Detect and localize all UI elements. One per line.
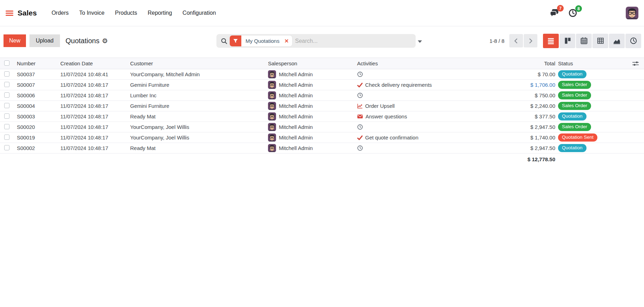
search-bar[interactable]: My Quotations ✕: [216, 34, 416, 48]
cell-number: S00007: [14, 82, 58, 88]
activities-button[interactable]: 8: [568, 8, 577, 18]
list-view-icon: [546, 37, 555, 45]
cell-number: S00037: [14, 71, 58, 77]
activity-clock-icon[interactable]: [357, 92, 363, 98]
activity-check-icon[interactable]: [357, 135, 363, 141]
menu-orders[interactable]: Orders: [52, 10, 69, 16]
row-checkbox[interactable]: [4, 92, 9, 98]
row-checkbox[interactable]: [4, 103, 9, 108]
header-status[interactable]: Status: [555, 60, 615, 66]
activity-clock-icon[interactable]: [357, 71, 363, 77]
optional-columns-button[interactable]: [615, 61, 644, 66]
cell-customer: YourCompany, Mitchell Admin: [127, 71, 265, 77]
activity-chart-icon[interactable]: [357, 103, 363, 109]
app-brand[interactable]: Sales: [18, 9, 37, 17]
header-salesperson[interactable]: Salesperson: [265, 60, 354, 66]
view-list-button[interactable]: [543, 34, 559, 48]
select-all-checkbox[interactable]: [4, 60, 9, 66]
view-pivot-button[interactable]: [592, 34, 608, 48]
table-row[interactable]: S00003 11/07/2024 10:48:17 Ready Mat Mit…: [0, 111, 644, 122]
cell-total: $ 2,240.00: [513, 103, 555, 109]
sliders-icon: [632, 61, 639, 66]
activity-clock-icon[interactable]: [357, 145, 363, 151]
table-row[interactable]: S00004 11/07/2024 10:48:17 Gemini Furnit…: [0, 101, 644, 111]
table-header-row: Number Creation Date Customer Salesperso…: [0, 58, 644, 69]
view-graph-button[interactable]: [609, 34, 625, 48]
row-checkbox[interactable]: [4, 145, 9, 150]
activity-envelope-icon[interactable]: [357, 113, 363, 119]
cell-salesperson: Mitchell Admin: [265, 102, 354, 110]
upload-button[interactable]: Upload: [29, 34, 60, 47]
main-menu: Orders To Invoice Products Reporting Con…: [52, 10, 216, 16]
cell-activities[interactable]: Get quote confirmation: [354, 135, 513, 141]
row-checkbox[interactable]: [4, 124, 9, 129]
cell-salesperson: Mitchell Admin: [265, 70, 354, 78]
cell-creation-date: 11/07/2024 10:48:17: [58, 103, 127, 109]
cell-activities[interactable]: [354, 124, 513, 130]
header-total[interactable]: Total: [513, 60, 555, 66]
search-facet: My Quotations ✕: [230, 35, 292, 46]
cell-activities[interactable]: Answer questions: [354, 113, 513, 119]
cell-number: S00020: [14, 124, 58, 130]
status-badge: Sales Order: [558, 81, 591, 89]
salesperson-avatar: [268, 91, 276, 99]
table-row[interactable]: S00020 11/07/2024 10:48:17 YourCompany, …: [0, 122, 644, 132]
apps-menu-icon[interactable]: [6, 11, 13, 16]
table-row[interactable]: S00006 11/07/2024 10:48:17 Lumber Inc Mi…: [0, 90, 644, 101]
cell-salesperson: Mitchell Admin: [265, 123, 354, 131]
pager-range: 1-8 / 8: [489, 38, 504, 44]
messages-button[interactable]: 7: [549, 8, 559, 18]
status-badge: Quotation Sent: [558, 133, 597, 142]
pager-previous-button[interactable]: [509, 34, 523, 47]
facet-label: My Quotations: [241, 38, 284, 44]
search-input[interactable]: [292, 38, 413, 44]
graph-view-icon: [612, 37, 621, 45]
table-footer-row: $ 12,778.50: [0, 154, 644, 165]
cell-salesperson: Mitchell Admin: [265, 144, 354, 152]
cell-salesperson: Mitchell Admin: [265, 91, 354, 99]
table-row[interactable]: S00037 11/07/2024 10:48:41 YourCompany, …: [0, 69, 644, 80]
header-customer[interactable]: Customer: [127, 60, 265, 66]
facet-remove-icon[interactable]: ✕: [284, 38, 293, 44]
pager-next-button[interactable]: [524, 34, 537, 47]
menu-to-invoice[interactable]: To Invoice: [79, 10, 105, 16]
table-row[interactable]: S00019 11/07/2024 10:48:17 YourCompany, …: [0, 132, 644, 143]
activity-view-icon: [629, 37, 638, 45]
cell-total: $ 377.50: [513, 113, 555, 119]
header-activities[interactable]: Activities: [354, 60, 513, 66]
user-avatar[interactable]: [626, 7, 638, 19]
cell-activities[interactable]: Check delivery requirements: [354, 82, 513, 88]
cell-activities[interactable]: [354, 71, 513, 77]
cell-activities[interactable]: [354, 145, 513, 151]
cell-creation-date: 11/07/2024 10:48:17: [58, 92, 127, 98]
search-dropdown-caret-icon[interactable]: [418, 40, 422, 43]
row-checkbox[interactable]: [4, 135, 9, 140]
status-badge: Quotation: [558, 112, 586, 120]
new-button[interactable]: New: [4, 34, 26, 47]
activity-label: Answer questions: [365, 113, 407, 119]
menu-reporting[interactable]: Reporting: [148, 10, 172, 16]
status-badge: Quotation: [558, 70, 586, 78]
header-creation-date[interactable]: Creation Date: [58, 60, 127, 66]
cell-activities[interactable]: Order Upsell: [354, 103, 513, 109]
row-checkbox[interactable]: [4, 71, 9, 77]
row-checkbox[interactable]: [4, 82, 9, 87]
cell-number: S00003: [14, 113, 58, 119]
cell-number: S00002: [14, 145, 58, 151]
activity-check-icon[interactable]: [357, 82, 363, 88]
chevron-right-icon: [527, 38, 534, 44]
view-activity-button[interactable]: [625, 34, 641, 48]
row-checkbox[interactable]: [4, 113, 9, 119]
header-number[interactable]: Number: [14, 60, 58, 66]
view-kanban-button[interactable]: [559, 34, 575, 48]
table-row[interactable]: S00007 11/07/2024 10:48:17 Gemini Furnit…: [0, 80, 644, 90]
gear-icon[interactable]: ⚙: [102, 38, 108, 44]
table-row[interactable]: S00002 11/07/2024 10:48:17 Ready Mat Mit…: [0, 143, 644, 154]
salesperson-avatar: [268, 133, 276, 142]
menu-configuration[interactable]: Configuration: [182, 10, 216, 16]
view-calendar-button[interactable]: [576, 34, 592, 48]
chevron-left-icon: [513, 38, 519, 44]
menu-products[interactable]: Products: [115, 10, 137, 16]
cell-activities[interactable]: [354, 92, 513, 98]
activity-clock-icon[interactable]: [357, 124, 363, 130]
